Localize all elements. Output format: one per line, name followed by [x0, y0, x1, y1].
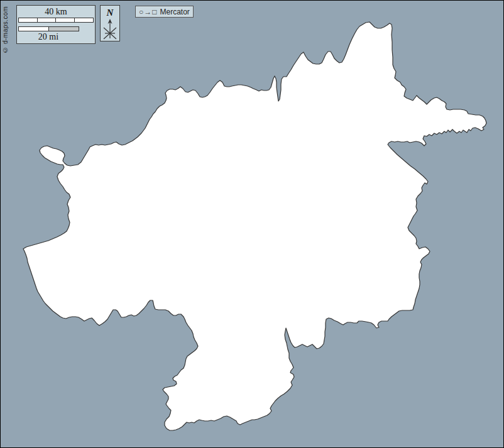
projection-chip: ○→□ Mercator [135, 6, 194, 18]
scale-bar-mi-segment [19, 27, 49, 31]
compass-arrow-icon [101, 18, 119, 40]
copyright-text: © d-maps.com [2, 6, 9, 53]
projection-label: Mercator [160, 8, 190, 16]
scale-bar-km [18, 18, 94, 23]
scale-bar-km-segment [19, 18, 38, 22]
projection-transform-icon: ○→□ [139, 8, 158, 16]
scale-bar-panel: 40 km 20 mi [16, 5, 96, 44]
scale-bar-mi-segment [49, 27, 79, 31]
north-label: N [101, 8, 119, 18]
scale-mi-label: 20 mi [9, 32, 87, 42]
scale-bar-km-segment [75, 18, 94, 22]
scale-km-label: 40 km [17, 7, 95, 17]
scale-bar-km-segment [56, 18, 75, 22]
scale-bar-km-segment [38, 18, 57, 22]
north-arrow-panel: N [100, 5, 120, 41]
map-sheet: { "colors":{ "sea":"#93A5B3","land":"#FF… [0, 0, 504, 448]
map-canvas [0, 0, 504, 448]
scale-bar-mi [18, 26, 79, 31]
